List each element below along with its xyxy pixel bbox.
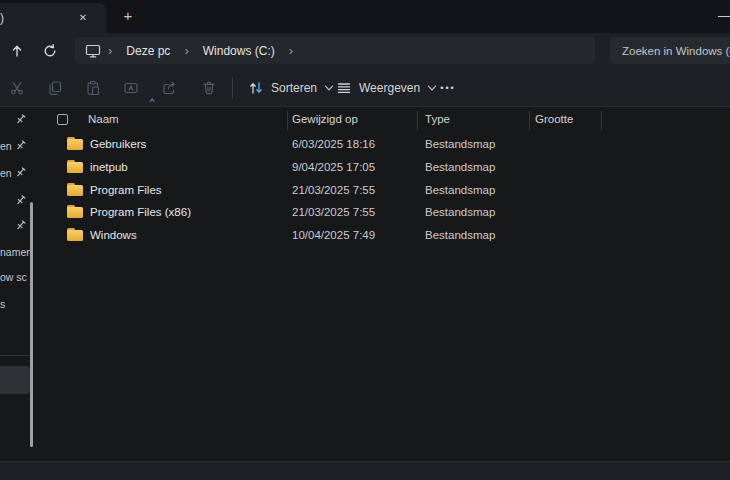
file-row[interactable]: Gebruikers6/03/2025 18:16Bestandsmap: [36, 133, 730, 156]
pin-icon: [15, 139, 27, 151]
cut-button[interactable]: [3, 74, 31, 102]
rename-icon: [123, 80, 139, 96]
search-placeholder: Zoeken in Windows (C:: [622, 45, 730, 57]
breadcrumb-windows-c[interactable]: Windows (C:): [196, 42, 282, 60]
file-explorer-window: ) ✕ + › Deze pc › Windows (C:): [0, 0, 730, 480]
sidebar-divider: [0, 355, 30, 356]
refresh-button[interactable]: [37, 38, 63, 64]
file-row[interactable]: Program Files21/03/2025 7:55Bestandsmap: [36, 179, 730, 202]
sidebar-selected-item[interactable]: [0, 366, 30, 394]
column-separator[interactable]: [417, 111, 418, 130]
new-tab-button[interactable]: +: [118, 6, 138, 26]
sort-label: Sorteren: [271, 81, 317, 95]
sidebar-item-label: en: [0, 140, 12, 152]
this-pc-icon: [85, 43, 101, 59]
column-header-row: Naam Gewijzigd op Type Grootte: [36, 107, 730, 133]
sidebar-item[interactable]: namen: [0, 243, 34, 261]
sidebar-item-label: en: [0, 167, 12, 179]
view-layout-icon: [336, 80, 352, 96]
folder-icon: [67, 183, 83, 196]
sort-button[interactable]: Sorteren: [240, 74, 342, 102]
status-bar: [0, 461, 730, 480]
tab-windows-c[interactable]: ) ✕: [0, 3, 106, 33]
file-modified-date: 21/03/2025 7:55: [292, 184, 375, 196]
minimize-icon[interactable]: [718, 10, 730, 24]
arrow-up-icon: [9, 43, 25, 59]
delete-icon: [201, 80, 217, 96]
navigation-pane: enennamenow scs: [0, 107, 36, 461]
view-button[interactable]: Weergeven: [328, 74, 445, 102]
breadcrumb-separator-icon: ›: [105, 43, 115, 58]
sort-icon: [248, 80, 264, 96]
see-more-button[interactable]: •••: [432, 74, 464, 102]
file-row[interactable]: Program Files (x86)21/03/2025 7:55Bestan…: [36, 201, 730, 224]
file-modified-date: 9/04/2025 17:05: [292, 161, 375, 173]
close-tab-icon[interactable]: ✕: [74, 9, 92, 27]
file-type: Bestandsmap: [425, 206, 495, 218]
file-name: inetpub: [90, 161, 128, 173]
paste-icon: [85, 80, 101, 96]
sidebar-item[interactable]: en: [0, 164, 34, 182]
delete-button[interactable]: [195, 74, 223, 102]
view-label: Weergeven: [359, 81, 420, 95]
sidebar-item[interactable]: en: [0, 137, 34, 155]
toolbar-divider: [232, 78, 233, 98]
column-header-grootte[interactable]: Grootte: [535, 113, 573, 125]
folder-icon: [67, 228, 83, 241]
up-button[interactable]: [4, 38, 30, 64]
share-icon: [161, 80, 177, 96]
command-toolbar: Sorteren Weergeven •••: [0, 68, 730, 107]
column-header-type[interactable]: Type: [425, 113, 450, 125]
sidebar-item[interactable]: ow sc: [0, 268, 34, 286]
file-modified-date: 21/03/2025 7:55: [292, 206, 375, 218]
column-header-gewijzigd[interactable]: Gewijzigd op: [292, 113, 358, 125]
file-type: Bestandsmap: [425, 138, 495, 150]
column-separator[interactable]: [529, 111, 530, 130]
select-all-checkbox[interactable]: [57, 114, 68, 125]
file-name: Windows: [90, 229, 137, 241]
pin-icon: [15, 166, 27, 178]
file-type: Bestandsmap: [425, 229, 495, 241]
copy-button[interactable]: [41, 74, 69, 102]
file-rows: Gebruikers6/03/2025 18:16Bestandsmapinet…: [36, 133, 730, 247]
pin-icon: [15, 194, 27, 206]
sidebar-item-label: ow sc: [0, 271, 27, 283]
sidebar-item-label: s: [0, 298, 5, 310]
file-row[interactable]: Windows10/04/2025 7:49Bestandsmap: [36, 224, 730, 247]
sidebar-item[interactable]: [0, 192, 34, 210]
rename-button[interactable]: [117, 74, 145, 102]
address-bar[interactable]: › Deze pc › Windows (C:) ›: [75, 37, 595, 64]
folder-icon: [67, 160, 83, 173]
pin-icon: [15, 219, 27, 231]
paste-button[interactable]: [79, 74, 107, 102]
file-name: Program Files (x86): [90, 206, 191, 218]
share-button[interactable]: [155, 74, 183, 102]
breadcrumb-deze-pc[interactable]: Deze pc: [119, 42, 177, 60]
file-modified-date: 6/03/2025 18:16: [292, 138, 375, 150]
file-row[interactable]: inetpub9/04/2025 17:05Bestandsmap: [36, 156, 730, 179]
refresh-icon: [42, 43, 58, 59]
breadcrumb-separator-icon: ›: [286, 43, 296, 58]
sidebar-scrollbar[interactable]: [30, 202, 33, 447]
copy-icon: [47, 80, 63, 96]
file-name: Gebruikers: [90, 138, 146, 150]
file-list-pane: ^ Naam Gewijzigd op Type Grootte Gebruik…: [36, 107, 730, 461]
column-separator[interactable]: [287, 111, 288, 130]
sidebar-item-label: namen: [0, 246, 32, 258]
breadcrumb-separator-icon: ›: [181, 43, 191, 58]
sidebar-item[interactable]: [0, 111, 34, 129]
search-input[interactable]: Zoeken in Windows (C:: [610, 37, 730, 64]
file-modified-date: 10/04/2025 7:49: [292, 229, 375, 241]
column-header-naam[interactable]: Naam: [88, 113, 119, 125]
pin-icon: [15, 113, 27, 125]
file-type: Bestandsmap: [425, 184, 495, 196]
sidebar-item[interactable]: s: [0, 295, 34, 313]
cut-icon: [9, 80, 25, 96]
tab-title: ): [0, 11, 4, 25]
navigation-bar: › Deze pc › Windows (C:) › Zoeken in Win…: [0, 33, 730, 68]
folder-icon: [67, 205, 83, 218]
tab-strip: ) ✕ +: [0, 0, 730, 33]
sidebar-item[interactable]: [0, 217, 34, 235]
column-separator[interactable]: [601, 111, 602, 130]
file-name: Program Files: [90, 184, 162, 196]
